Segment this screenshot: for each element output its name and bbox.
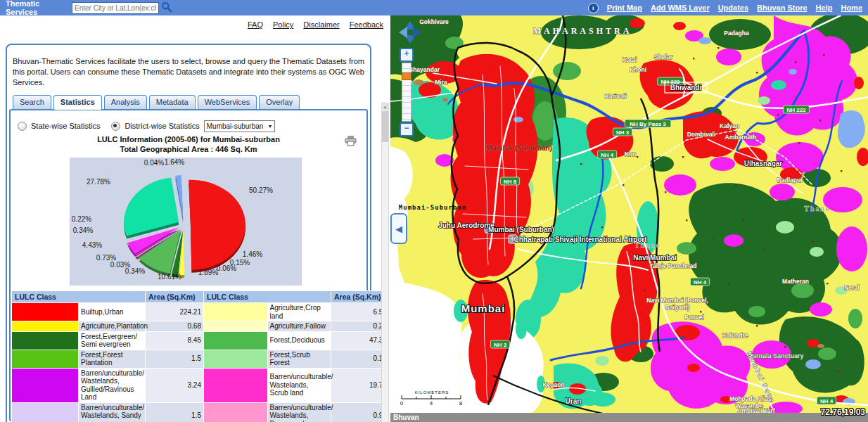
pie-percent-label: 1.46% [243, 250, 262, 258]
lulc-color-swatch [12, 403, 78, 422]
lulc-color-swatch [12, 321, 78, 331]
scalebar-title: KILOMETERS [400, 390, 464, 395]
print-button[interactable] [345, 136, 357, 149]
highway-badge: NH 3 [490, 340, 509, 348]
collapse-panel-button[interactable]: ◀ [390, 213, 407, 244]
lulc-class-label: Barren/unculturable/ Wastelands, Sandy a… [79, 403, 145, 422]
map-label: Navi Mumbai [633, 254, 677, 262]
lulc-area-value: 224.21 [146, 303, 203, 321]
zoom-slider-handle[interactable] [402, 72, 411, 80]
top-bar: Thematic Services i Print MapAdd WMS Lay… [0, 0, 868, 15]
map-status-bar: Bhuvan [390, 413, 868, 422]
radio-district-wise[interactable] [111, 122, 120, 131]
column-header: LULC Class [12, 291, 145, 302]
tab-search[interactable]: Search [13, 95, 51, 109]
info-icon[interactable]: i [588, 3, 599, 13]
table-row: Forest,Evergreen/ Semi evergreen8.45Fore… [12, 332, 389, 350]
zoom-out-button[interactable]: − [400, 122, 414, 136]
lulc-class-label: Agriculture,Plantation [79, 321, 145, 331]
lulc-color-swatch [204, 350, 267, 368]
table-row: Forest,Forest Plantation1.5Forest,Scrub … [12, 350, 389, 368]
map-attribution: Bhuvan [390, 413, 868, 422]
tab-analysis[interactable]: Analysis [104, 95, 147, 109]
map-label: Mumbai [461, 302, 506, 314]
nav-link-updates[interactable]: Updates [718, 4, 748, 12]
map-label: Dombivali [687, 131, 716, 138]
map-label: Shelar [654, 53, 673, 60]
lulc-pie-chart: 50.27%1.46%0.15%0.06%1.89%10.61%0.34%0.0… [70, 158, 302, 286]
pie-percent-label: 0.22% [72, 215, 91, 223]
lulc-color-swatch [12, 350, 78, 368]
link-policy[interactable]: Policy [273, 20, 293, 29]
map-scalebar: KILOMETERS 0 4 8 [400, 390, 464, 409]
map-label: Matheran [782, 278, 809, 285]
pie-percent-label: 0.34% [73, 226, 93, 234]
lulc-area-value: 1.5 [146, 403, 203, 422]
svg-text:NH 8: NH 8 [504, 179, 517, 185]
lulc-class-label: Forest,Forest Plantation [79, 350, 145, 368]
lulc-class-label: Forest,Deciduous [268, 332, 331, 350]
highway-badge: NH 4 [817, 397, 836, 404]
svg-text:NH 3: NH 3 [494, 342, 507, 348]
lulc-color-swatch [12, 369, 78, 402]
lulc-color-swatch [204, 403, 267, 422]
map-label: Gokhivare [419, 18, 449, 25]
chart-title-line1: LULC Information (2005-06) for Mumbai-su… [11, 134, 366, 144]
nav-link-print-map[interactable]: Print Map [607, 4, 642, 12]
lulc-class-label: Forest,Evergreen/ Semi evergreen [79, 332, 145, 350]
lulc-class-label: Barren/unculturable/ Wastelands, Scrub l… [268, 369, 331, 402]
pan-left-icon [399, 27, 407, 38]
map-label: Kalundre [722, 332, 748, 339]
left-scrollbar[interactable]: ▲ [381, 103, 389, 422]
scroll-up-icon[interactable]: ▲ [382, 103, 388, 110]
tab-metadata[interactable]: Metadata [149, 95, 196, 109]
map-label: Mira [435, 79, 447, 86]
highway-badge: NH 222 [784, 106, 810, 113]
nav-link-add-wms-layer[interactable]: Add WMS Layer [651, 4, 710, 12]
link-faq[interactable]: FAQ [248, 20, 263, 29]
tab-statistics[interactable]: Statistics [53, 95, 102, 110]
district-select-value: Mumbai-suburban [207, 121, 264, 132]
lulc-area-value: 1.5 [146, 350, 203, 368]
svg-text:NH 4: NH 4 [601, 152, 614, 158]
zoom-in-button[interactable]: + [400, 48, 414, 62]
lulc-class-label: Barren/unculturable/ Wastelands, Gullied… [79, 369, 145, 402]
map-pan-control[interactable] [397, 20, 423, 48]
nav-link-help[interactable]: Help [816, 4, 833, 12]
radio-state-wise[interactable] [18, 122, 27, 131]
tab-overlay[interactable]: Overlay [259, 95, 300, 109]
svg-text:NH By Pass 3: NH By Pass 3 [630, 121, 666, 127]
map-label: Bhayandar [409, 66, 440, 73]
district-select[interactable]: Mumbai-suburban ▼ [204, 120, 276, 132]
svg-text:NH 3: NH 3 [616, 129, 630, 136]
map-label: Neral [844, 284, 859, 291]
svg-text:4: 4 [430, 400, 433, 407]
search-button[interactable] [160, 1, 173, 14]
map-label: Taloje Panchnad [650, 262, 697, 269]
lulc-area-value: 6.51 [331, 303, 389, 321]
table-row: Builtup,Urban224.21Agriculture,Crop land… [12, 303, 389, 321]
lulc-color-swatch [204, 321, 267, 331]
map-label: Navi Mumbai (Panvel, [646, 297, 708, 304]
nav-link-bhuvan-store[interactable]: Bhuvan Store [757, 4, 808, 12]
map-label: Kegaon [542, 381, 564, 388]
search-input[interactable] [72, 2, 159, 14]
highway-badge: NH 8 [500, 177, 519, 185]
map-label: Thane [804, 204, 830, 212]
map-label: Mumbai (Suburban) [488, 226, 554, 234]
pie-percent-label: 0.73% [96, 254, 116, 262]
table-row: Barren/unculturable/ Wastelands, Sandy a… [12, 403, 389, 422]
pie-percent-label: 10.61% [158, 273, 181, 281]
nav-link-home[interactable]: Home [841, 4, 862, 12]
intro-text: Bhuvan-Thematic Services facilitate the … [13, 56, 364, 88]
link-feedback[interactable]: Feedback [350, 20, 383, 29]
tab-webservices[interactable]: WebServices [198, 95, 257, 109]
zoom-slider[interactable] [402, 63, 411, 122]
map-label: Bhiwandi [670, 84, 702, 91]
radio-district-wise-label: District-wise Statistics [125, 122, 199, 130]
lulc-map[interactable]: ✈✈ MAHARASHTRAGokhivareBhayandarMiraPada… [390, 15, 868, 414]
lulc-color-swatch [204, 303, 267, 321]
svg-text:0: 0 [400, 400, 404, 407]
link-disclaimer[interactable]: Disclaimer [303, 20, 339, 29]
scrollbar-thumb[interactable] [382, 111, 388, 142]
